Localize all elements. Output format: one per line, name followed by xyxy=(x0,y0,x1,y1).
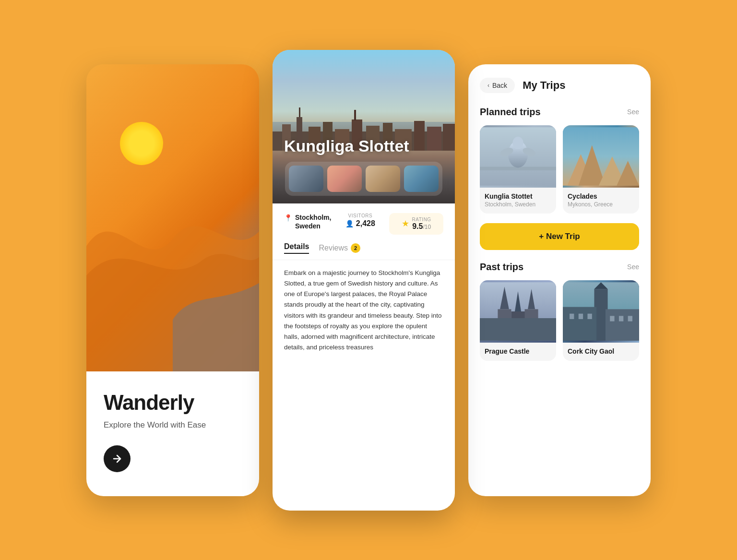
see-past-link[interactable]: See xyxy=(627,263,639,271)
svg-rect-39 xyxy=(606,309,639,340)
svg-rect-40 xyxy=(570,313,574,319)
visitors-info: Visitors 👤 2,428 xyxy=(339,213,381,228)
new-trip-button[interactable]: + New Trip xyxy=(480,223,639,250)
past-trip-prague[interactable]: Prague Castle xyxy=(480,280,556,361)
cork-info: Cork City Gaol xyxy=(563,343,639,361)
past-section-header: Past trips See xyxy=(480,262,639,273)
svg-rect-41 xyxy=(579,313,583,319)
prague-info: Prague Castle xyxy=(480,343,556,361)
cyclades-location: Mykonos, Greece xyxy=(568,201,634,208)
wanderly-app-subtitle: Explore the World with Ease xyxy=(104,420,242,430)
back-label: Back xyxy=(492,82,507,89)
slottet-hero-image: Kungliga Slottet xyxy=(273,50,455,203)
slottet-tabs: Details Reviews 2 xyxy=(273,242,455,260)
svg-point-19 xyxy=(512,136,523,149)
sun-decoration xyxy=(120,122,163,165)
prague-svg xyxy=(480,280,556,343)
rating-value: 9.5/10 xyxy=(412,222,431,231)
svg-rect-14 xyxy=(427,127,441,151)
slottet-thumbnails xyxy=(285,162,442,196)
planned-trip-kunglia[interactable]: Kunglia Stottet Stockholm, Sweden xyxy=(480,125,556,214)
thumbnail-2[interactable] xyxy=(327,166,362,192)
location-pin-icon: 📍 xyxy=(284,214,292,222)
kunglia-name: Kunglia Stottet xyxy=(485,192,551,200)
past-trip-cork[interactable]: Cork City Gaol xyxy=(563,280,639,361)
rating-label: Rating xyxy=(412,217,431,222)
slottet-title: Kungliga Slottet xyxy=(284,137,409,155)
see-planned-link[interactable]: See xyxy=(627,108,639,116)
kunglia-image xyxy=(480,125,556,188)
visitors-label: Visitors xyxy=(348,213,373,218)
statue-svg xyxy=(480,125,556,188)
cork-image xyxy=(563,280,639,343)
planned-trips-row: Kunglia Stottet Stockholm, Sweden xyxy=(480,125,639,214)
wanderly-app-title: Wanderly xyxy=(104,391,242,415)
slottet-info-row: 📍 Stockholm, Sweden Visitors 👤 2,428 ★ R… xyxy=(273,203,455,242)
wanderly-hero xyxy=(86,64,259,371)
thumbnail-4[interactable] xyxy=(404,166,439,192)
prague-name: Prague Castle xyxy=(485,347,551,355)
trips-header: ‹ Back My Trips xyxy=(480,78,639,93)
wanderly-start-button[interactable] xyxy=(104,445,131,472)
location-info: 📍 Stockholm, Sweden xyxy=(284,213,331,230)
trips-card: ‹ Back My Trips Planned trips See xyxy=(468,64,651,496)
kunglia-location: Stockholm, Sweden xyxy=(485,201,551,208)
wanderly-content: Wanderly Explore the World with Ease xyxy=(86,371,259,496)
tab-details[interactable]: Details xyxy=(284,242,309,254)
thumbnail-1[interactable] xyxy=(289,166,323,192)
thumbnail-3[interactable] xyxy=(366,166,400,192)
svg-rect-9 xyxy=(354,110,356,120)
svg-rect-13 xyxy=(414,121,425,151)
cyclades-svg xyxy=(563,125,639,188)
wanderly-card: Wanderly Explore the World with Ease xyxy=(86,64,259,496)
svg-rect-4 xyxy=(299,107,300,117)
cork-svg xyxy=(563,280,639,343)
svg-rect-44 xyxy=(619,316,623,321)
planned-trip-cyclades[interactable]: Cyclades Mykonos, Greece xyxy=(563,125,639,214)
arrow-right-icon xyxy=(111,453,123,465)
svg-rect-15 xyxy=(443,124,455,151)
svg-rect-45 xyxy=(628,316,632,321)
person-icon: 👤 xyxy=(345,220,354,227)
kunglia-info: Kunglia Stottet Stockholm, Sweden xyxy=(480,188,556,214)
svg-rect-34 xyxy=(480,318,556,341)
svg-rect-42 xyxy=(587,313,592,319)
planned-section-title: Planned trips xyxy=(480,107,541,118)
location-text: Stockholm, Sweden xyxy=(295,213,331,230)
trips-title: My Trips xyxy=(523,79,565,92)
past-section-title: Past trips xyxy=(480,262,523,273)
svg-rect-38 xyxy=(563,307,596,340)
cyclades-image xyxy=(563,125,639,188)
visitors-count: 2,428 xyxy=(356,219,375,228)
cyclades-info: Cyclades Mykonos, Greece xyxy=(563,188,639,214)
slottet-card: Kungliga Slottet 📍 Stockholm, Sweden Vis… xyxy=(273,50,455,511)
prague-image xyxy=(480,280,556,343)
past-trips-row: Prague Castle xyxy=(480,280,639,361)
tab-reviews[interactable]: Reviews xyxy=(319,244,347,252)
svg-rect-43 xyxy=(610,316,614,321)
star-icon: ★ xyxy=(402,218,409,229)
rating-info: ★ Rating 9.5/10 xyxy=(389,213,443,235)
main-container: Wanderly Explore the World with Ease xyxy=(0,0,737,560)
planned-section-header: Planned trips See xyxy=(480,107,639,118)
slottet-description: Embark on a majestic journey to Stockhol… xyxy=(273,260,455,363)
cyclades-name: Cyclades xyxy=(568,192,634,200)
back-button[interactable]: ‹ Back xyxy=(480,78,515,93)
reviews-badge: 2 xyxy=(351,243,360,253)
wave-decoration xyxy=(86,187,259,371)
cork-name: Cork City Gaol xyxy=(568,347,634,355)
chevron-left-icon: ‹ xyxy=(487,82,489,89)
